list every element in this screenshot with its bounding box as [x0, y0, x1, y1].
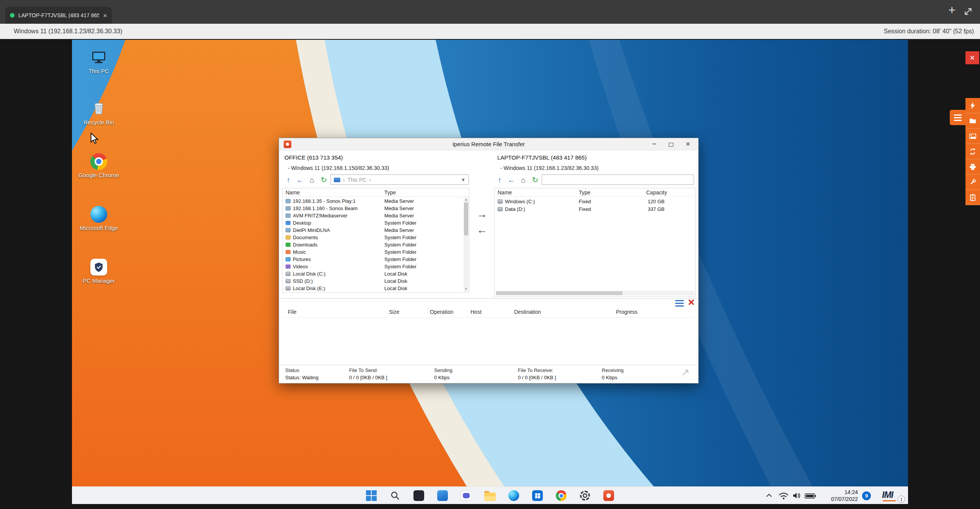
chevron-down-icon[interactable]: ▼	[461, 177, 466, 183]
drive-name: Windows (C:)	[505, 199, 579, 204]
right-back-button[interactable]: ←	[506, 175, 517, 185]
scrollbar-thumb[interactable]	[464, 202, 468, 235]
desktop-icon-google-chrome[interactable]: Google Chrome	[75, 150, 122, 179]
performance-button[interactable]	[965, 98, 980, 113]
file-row[interactable]: Local Disk (E:)Local Disk	[283, 285, 463, 292]
tab-close-icon[interactable]: ×	[103, 12, 107, 19]
wifi-icon[interactable]	[778, 492, 789, 500]
file-row[interactable]: DownloadsSystem Folder	[283, 241, 463, 248]
screenshot-button[interactable]	[965, 129, 980, 144]
snipping-app-button[interactable]	[409, 487, 429, 504]
sidebar-menu-button[interactable]	[950, 110, 966, 125]
queue-column-host[interactable]: Host	[470, 309, 482, 315]
right-home-button[interactable]: ⌂	[518, 175, 529, 185]
queue-column-size[interactable]: Size	[389, 309, 399, 315]
left-up-button[interactable]: ↑	[283, 175, 294, 185]
left-breadcrumb[interactable]: › This PC › ▼	[330, 175, 469, 185]
taskbar[interactable]: 14:24 07/07/2022 9 IMI 1	[72, 486, 908, 504]
column-name[interactable]: Name	[498, 189, 512, 196]
edge-button[interactable]	[504, 487, 524, 504]
column-capacity[interactable]: Capacity	[646, 189, 667, 196]
file-row[interactable]: 192.168.1.160 - Sonos BeamMedia Server	[283, 205, 463, 212]
window-titlebar[interactable]: Iperius Remote File Transfer	[279, 138, 698, 150]
queue-column-file[interactable]: File	[288, 309, 297, 315]
store-button[interactable]	[528, 487, 547, 504]
queue-column-destination[interactable]: Destination	[514, 309, 541, 315]
file-row[interactable]: DietPi MiniDLNAMedia Server	[283, 227, 463, 234]
battery-icon[interactable]	[805, 493, 816, 499]
file-type: Local Disk	[384, 278, 407, 284]
file-row[interactable]: MusicSystem Folder	[283, 248, 463, 256]
drive-name: Data (D:)	[505, 206, 579, 212]
minimize-button[interactable]: −	[648, 138, 661, 150]
file-row[interactable]: SSD (D:)Local Disk	[283, 277, 463, 285]
tools-button[interactable]	[965, 175, 980, 190]
print-button[interactable]	[965, 159, 980, 175]
tray-chevron-icon[interactable]	[766, 494, 772, 499]
desktop-icon-this-pc[interactable]: This PC	[75, 46, 122, 75]
search-button[interactable]	[385, 487, 405, 504]
right-breadcrumb[interactable]	[542, 175, 694, 185]
notification-badge[interactable]: 9	[862, 491, 871, 500]
right-refresh-button[interactable]: ↻	[530, 175, 541, 185]
settings-button[interactable]	[575, 487, 595, 504]
file-transfer-window[interactable]: Iperius Remote File Transfer − × OFFICE …	[279, 138, 699, 383]
desktop-icon-pc-manager[interactable]: PC Manager	[75, 256, 122, 284]
chat-button[interactable]	[456, 487, 476, 504]
horizontal-scrollbar[interactable]	[495, 291, 694, 295]
file-row[interactable]: AVM FRITZ!MediaserverMedia Server	[283, 212, 463, 219]
chrome-button[interactable]	[551, 487, 571, 504]
left-back-button[interactable]: ←	[295, 175, 305, 185]
sync-button[interactable]	[965, 144, 980, 159]
right-list-header[interactable]: Name Type Capacity	[495, 188, 695, 197]
left-list-header[interactable]: Name Type	[283, 188, 469, 197]
column-name[interactable]: Name	[286, 189, 300, 196]
iperius-taskbar-button[interactable]	[599, 487, 619, 504]
right-up-button[interactable]: ↑	[494, 175, 505, 185]
transfer-left-button[interactable]: ←	[474, 224, 490, 237]
file-explorer-button[interactable]	[480, 487, 500, 504]
file-row[interactable]: DocumentsSystem Folder	[283, 234, 463, 241]
close-button[interactable]: ×	[681, 138, 694, 150]
breadcrumb-label[interactable]: This PC	[348, 177, 367, 183]
task-view-button[interactable]	[433, 487, 452, 504]
drive-row[interactable]: Windows (C:)Fixed120 GB	[495, 197, 694, 205]
clock-date: 07/07/2022	[818, 496, 858, 502]
session-tab[interactable]: LAPTOP-F7TJVSBL (483 417 865) ×	[5, 7, 112, 24]
left-file-list[interactable]: Name Type 192.168.1.35 - Sonos Play:1Med…	[282, 188, 469, 293]
fullscreen-icon[interactable]	[963, 7, 973, 16]
column-type[interactable]: Type	[384, 189, 396, 196]
queue-list-view-icon[interactable]	[675, 300, 684, 307]
session-close-button[interactable]: ×	[965, 51, 979, 64]
taskbar-clock[interactable]: 14:24 07/07/2022	[818, 489, 858, 502]
file-row[interactable]: Local Disk (C:)Local Disk	[283, 270, 463, 277]
desktop-icon-microsoft-edge[interactable]: Microsoft Edge	[75, 203, 122, 232]
left-refresh-button[interactable]: ↻	[318, 175, 329, 185]
queue-column-progress[interactable]: Progress	[616, 309, 637, 315]
left-home-button[interactable]: ⌂	[307, 175, 317, 185]
scroll-down-icon[interactable]: ▼	[464, 287, 469, 292]
drive-row[interactable]: Data (D:)Fixed337 GB	[495, 205, 694, 213]
resize-grip-icon[interactable]: ↗	[681, 366, 690, 378]
queue-column-operation[interactable]: Operation	[430, 309, 453, 315]
start-button[interactable]	[361, 487, 381, 504]
remote-desktop[interactable]: This PC Recycle Bin Google Chrome Micros…	[72, 40, 908, 504]
queue-clear-icon[interactable]: ✕	[686, 297, 696, 308]
file-row[interactable]: DesktopSystem Folder	[283, 219, 463, 227]
maximize-button[interactable]	[665, 138, 678, 150]
scrollbar-thumb[interactable]	[496, 291, 622, 295]
new-connection-icon[interactable]: +	[948, 3, 956, 17]
desktop-icon-recycle-bin[interactable]: Recycle Bin	[75, 97, 122, 126]
transfer-right-button[interactable]: →	[474, 208, 490, 221]
file-row[interactable]: VideosSystem Folder	[283, 263, 463, 270]
clipboard-button[interactable]	[965, 190, 980, 205]
right-file-list[interactable]: Name Type Capacity Windows (C:)Fixed120 …	[494, 188, 696, 297]
iperius-tray-logo[interactable]: IMI 1	[880, 488, 906, 504]
file-row[interactable]: PicturesSystem Folder	[283, 256, 463, 263]
column-type[interactable]: Type	[579, 189, 590, 196]
scroll-up-icon[interactable]: ▲	[464, 197, 469, 202]
file-transfer-button[interactable]	[965, 113, 980, 129]
file-row[interactable]: 192.168.1.35 - Sonos Play:1Media Server	[283, 197, 463, 205]
volume-icon[interactable]	[792, 492, 802, 499]
vertical-scrollbar[interactable]: ▲ ▼	[464, 197, 469, 292]
